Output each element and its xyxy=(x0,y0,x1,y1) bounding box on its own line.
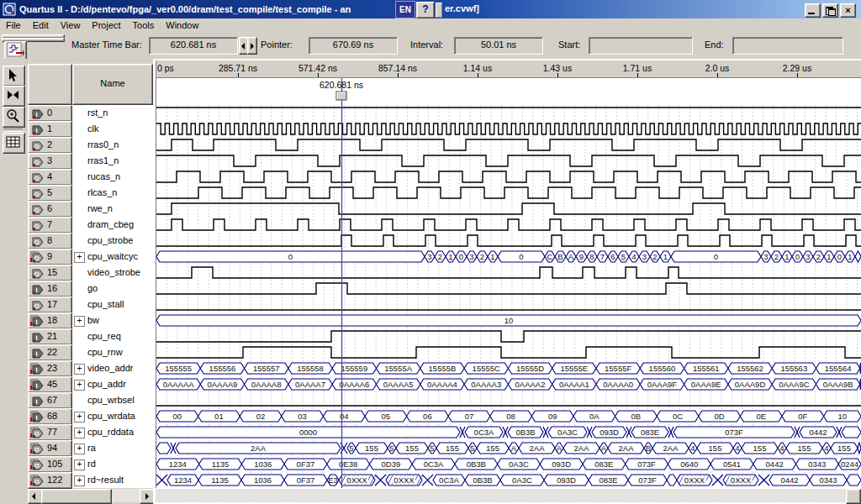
menu-file[interactable]: File xyxy=(0,19,27,32)
master-time-spin-right[interactable] xyxy=(247,37,257,55)
scrollbar-thumb[interactable] xyxy=(41,489,112,504)
menu-view[interactable]: View xyxy=(55,19,87,32)
wave-rucas_n[interactable] xyxy=(156,171,861,182)
wave-cpu_wrdata[interactable]: 000102030405060708090A0B0C0D0E0F10 xyxy=(156,411,861,422)
grid-tool-button[interactable] xyxy=(3,133,25,154)
signal-row-rwe_n[interactable]: O6rwe_n xyxy=(26,201,153,217)
menu-tools[interactable]: Tools xyxy=(127,19,161,32)
signal-row-video_strobe[interactable]: O15video_strobe xyxy=(26,265,153,281)
language-indicator[interactable]: EN xyxy=(395,1,415,18)
signal-handle-button[interactable]: O2 xyxy=(28,137,72,154)
signal-row-rst_n[interactable]: I0rst_n xyxy=(26,105,153,121)
signal-handle-button[interactable]: I0 xyxy=(28,105,72,122)
wave-rras1_n[interactable] xyxy=(156,155,861,166)
wave-dram_cbeg[interactable] xyxy=(156,219,861,230)
signal-row-cpu_strobe[interactable]: O8cpu_strobe xyxy=(26,233,153,249)
wave-go[interactable] xyxy=(156,283,861,294)
signal-handle-button[interactable]: I18 xyxy=(28,312,72,329)
signal-handle-button[interactable]: O122 xyxy=(28,472,72,489)
wave-hscrollbar-track[interactable] xyxy=(156,489,861,502)
menu-window[interactable]: Window xyxy=(160,19,204,32)
waveform-canvas[interactable]: 0 ps285.71 ns571.42 ns857.14 ns1.14 us1.… xyxy=(156,60,861,488)
signal-handle-button[interactable]: O94 xyxy=(28,440,72,457)
wave-cpu_addr[interactable]: 0AAAAA0AAAA90AAAA80AAAA70AAAA60AAAA50AAA… xyxy=(156,379,861,390)
expand-icon[interactable]: + xyxy=(74,428,85,438)
signal-handle-button[interactable]: O9 xyxy=(28,249,72,265)
signal-row-cpu_waitcyc[interactable]: O9+cpu_waitcyc xyxy=(26,249,153,265)
wave-rlcas_n[interactable] xyxy=(156,187,861,198)
wave-bw[interactable]: 10 xyxy=(156,315,861,326)
signal-row-cpu_addr[interactable]: I45+cpu_addr xyxy=(26,376,153,392)
signal-row-go[interactable]: I16go xyxy=(26,281,153,297)
end-field[interactable] xyxy=(732,37,843,55)
signal-handle-button[interactable]: O4 xyxy=(28,169,72,186)
wave-video_addr[interactable]: 15555515555615555715555815555915555A1555… xyxy=(156,363,861,374)
expand-icon[interactable]: + xyxy=(74,380,85,391)
signal-row-cpu_stall[interactable]: O17cpu_stall xyxy=(26,297,153,312)
wave-cpu_rnw[interactable] xyxy=(156,347,861,358)
signal-handle-button[interactable]: O6 xyxy=(28,201,72,218)
signal-row-rd[interactable]: O105+rd xyxy=(26,456,153,472)
scrollbar-end-box[interactable] xyxy=(846,489,861,504)
expand-icon[interactable]: + xyxy=(74,412,85,423)
signal-row-cpu_rddata[interactable]: O77+cpu_rddata xyxy=(26,424,153,440)
signal-row-clk[interactable]: I1clk xyxy=(26,121,153,137)
restore-button[interactable] xyxy=(822,3,838,18)
start-field[interactable] xyxy=(589,37,693,55)
signal-handle-button[interactable]: I45 xyxy=(28,376,72,393)
name-panel-hscrollbar[interactable] xyxy=(28,489,153,502)
selection-tool-button[interactable] xyxy=(3,66,25,87)
signal-handle-button[interactable]: I68 xyxy=(28,408,72,425)
signal-handle-button[interactable]: O3 xyxy=(28,153,72,170)
signal-handle-button[interactable]: O7 xyxy=(28,217,72,234)
signal-handle-button[interactable]: O15 xyxy=(28,265,72,281)
signal-handle-button[interactable]: O8 xyxy=(28,233,72,249)
wave-rras0_n[interactable] xyxy=(156,139,861,150)
close-button[interactable]: × xyxy=(840,3,856,18)
wave-rwe_n[interactable] xyxy=(156,203,861,214)
signal-row-cpu_wrdata[interactable]: I68+cpu_wrdata xyxy=(26,408,153,424)
zoom-tool-button[interactable] xyxy=(3,107,25,128)
signal-handle-button[interactable]: I21 xyxy=(28,328,72,345)
signal-row-ra[interactable]: O94+ra xyxy=(26,440,153,456)
signal-handle-button[interactable]: I67 xyxy=(28,392,72,409)
minimize-button[interactable] xyxy=(805,3,821,18)
signal-row-dram_cbeg[interactable]: O7dram_cbeg xyxy=(26,217,153,233)
expand-icon[interactable]: + xyxy=(74,364,85,375)
signal-row-cpu_rnw[interactable]: I22cpu_rnw xyxy=(26,344,153,360)
signal-row-rucas_n[interactable]: O4rucas_n xyxy=(26,169,153,185)
signal-handle-button[interactable]: I23 xyxy=(28,360,72,377)
menu-edit[interactable]: Edit xyxy=(27,19,55,32)
help-button[interactable]: ? xyxy=(416,2,435,18)
signal-handle-button[interactable]: I1 xyxy=(28,121,72,138)
signal-row-rlcas_n[interactable]: O5rlcas_n xyxy=(26,185,153,201)
master-time-bar-field[interactable]: 620.681 ns xyxy=(149,37,238,55)
signal-row-rras0_n[interactable]: O2rras0_n xyxy=(26,137,153,153)
title-bar[interactable]: Quartus II - D:/d/pentevo/fpga/_ver0.00/… xyxy=(0,0,861,18)
expand-icon[interactable]: + xyxy=(74,252,85,263)
signal-handle-button[interactable]: O17 xyxy=(28,297,72,313)
wave-cpu_waitcyc[interactable]: 032103210CBA9876543210321032101 xyxy=(156,251,861,262)
signal-row-cpu_wrbsel[interactable]: I67cpu_wrbsel xyxy=(26,392,153,408)
wave-ra[interactable]: 2AA5155515551555155A2AAA2AAA2AAB2AA41554… xyxy=(156,443,861,454)
signal-row-bw[interactable]: I18+bw xyxy=(26,312,153,328)
wave-cpu_strobe[interactable] xyxy=(156,235,861,246)
language-bar-grip[interactable] xyxy=(436,3,442,18)
wave-rd~result[interactable]: 1234113510360F37E30XXX0XXX0C3A0B3B0A3C09… xyxy=(156,475,861,486)
expand-icon[interactable]: + xyxy=(74,316,85,327)
signal-handle-button[interactable]: I16 xyxy=(28,281,72,297)
edit-tool-button[interactable] xyxy=(3,86,25,107)
wave-video_strobe[interactable] xyxy=(156,267,861,278)
signal-handle-button[interactable]: O5 xyxy=(28,185,72,202)
expand-icon[interactable]: + xyxy=(74,444,85,454)
expand-icon[interactable]: + xyxy=(74,475,85,486)
signal-row-video_addr[interactable]: I23+video_addr xyxy=(26,360,153,376)
wave-rd[interactable]: 1234113510360F370E380D390C3A0B3B0A3C093D… xyxy=(156,459,861,470)
signal-handle-button[interactable]: O77 xyxy=(28,424,72,441)
signal-row-cpu_req[interactable]: I21cpu_req xyxy=(26,328,153,344)
signal-handle-button[interactable]: I22 xyxy=(28,344,72,361)
signal-row-rras1_n[interactable]: O3rras1_n xyxy=(26,153,153,169)
wave-cpu_req[interactable] xyxy=(156,331,861,342)
wave-cpu_rddata[interactable]: 00000C3A0B3B0A3C093D083E073F0442 xyxy=(156,427,861,438)
expand-icon[interactable]: + xyxy=(74,459,85,470)
